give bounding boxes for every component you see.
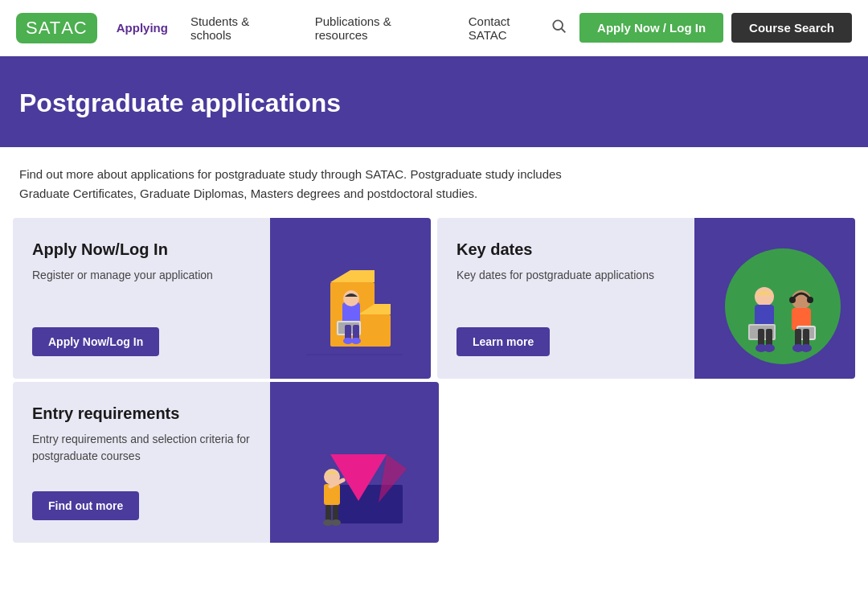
card-entry: Entry requirements Entry requirements an… xyxy=(13,382,439,543)
svg-point-36 xyxy=(800,344,812,352)
apply-now-button[interactable]: Apply Now / Log In xyxy=(579,13,723,43)
card-entry-button[interactable]: Find out more xyxy=(32,491,139,520)
svg-rect-24 xyxy=(766,329,772,347)
card-keydates-desc: Key dates for postgraduate applications xyxy=(457,267,675,284)
nav-students[interactable]: Students & schools xyxy=(190,14,293,42)
card-apply-content: Apply Now/Log In Register or manage your… xyxy=(13,218,270,379)
svg-rect-14 xyxy=(353,325,359,339)
card-entry-desc: Entry requirements and selection criteri… xyxy=(32,431,251,465)
page-title: Postgraduate applications xyxy=(19,88,849,118)
logo[interactable]: SATAC xyxy=(16,13,97,43)
svg-point-19 xyxy=(755,287,774,306)
navbar: SATAC Applying Students & schools Public… xyxy=(0,0,868,56)
search-icon[interactable] xyxy=(551,18,567,38)
svg-rect-23 xyxy=(758,329,764,347)
svg-point-29 xyxy=(789,297,796,303)
card-keydates-image xyxy=(694,218,855,379)
svg-rect-34 xyxy=(803,329,809,347)
hero-banner: Postgraduate applications xyxy=(0,56,868,147)
svg-point-0 xyxy=(553,20,563,30)
card-keydates: Key dates Key dates for postgraduate app… xyxy=(437,218,855,379)
svg-rect-13 xyxy=(345,325,351,339)
card-apply: Apply Now/Log In Register or manage your… xyxy=(13,218,431,379)
svg-point-26 xyxy=(764,344,775,352)
card-apply-title: Apply Now/Log In xyxy=(32,240,251,259)
card-entry-image xyxy=(270,382,439,543)
nav-applying[interactable]: Applying xyxy=(117,21,168,35)
svg-rect-44 xyxy=(326,505,331,521)
logo-text: SATAC xyxy=(26,18,88,38)
course-search-button[interactable]: Course Search xyxy=(731,13,852,43)
card-keydates-content: Key dates Key dates for postgraduate app… xyxy=(437,218,694,379)
intro-text: Find out more about applications for pos… xyxy=(0,147,627,218)
nav-publications[interactable]: Publications & resources xyxy=(315,14,446,42)
card-entry-title: Entry requirements xyxy=(32,404,251,423)
card-apply-desc: Register or manage your application xyxy=(32,267,251,284)
card-entry-content: Entry requirements Entry requirements an… xyxy=(13,382,270,543)
svg-point-10 xyxy=(343,290,359,306)
card-apply-image xyxy=(270,218,431,379)
svg-point-30 xyxy=(807,297,813,303)
card-keydates-title: Key dates xyxy=(457,240,675,259)
card-row-1: Apply Now/Log In Register or manage your… xyxy=(13,218,855,379)
svg-point-16 xyxy=(351,338,361,344)
svg-line-1 xyxy=(562,29,566,33)
svg-rect-33 xyxy=(795,329,801,347)
svg-rect-7 xyxy=(358,314,391,347)
nav-links: Applying Students & schools Publications… xyxy=(117,14,551,42)
cards-grid: Apply Now/Log In Register or manage your… xyxy=(0,218,868,570)
card-keydates-button[interactable]: Learn more xyxy=(457,327,550,356)
svg-point-18 xyxy=(725,248,841,364)
svg-point-47 xyxy=(331,519,341,526)
card-row-2: Entry requirements Entry requirements an… xyxy=(13,382,855,543)
card-apply-button[interactable]: Apply Now/Log In xyxy=(32,327,159,356)
svg-rect-45 xyxy=(333,505,338,521)
nav-contact[interactable]: Contact SATAC xyxy=(469,14,551,42)
svg-rect-38 xyxy=(338,485,403,523)
